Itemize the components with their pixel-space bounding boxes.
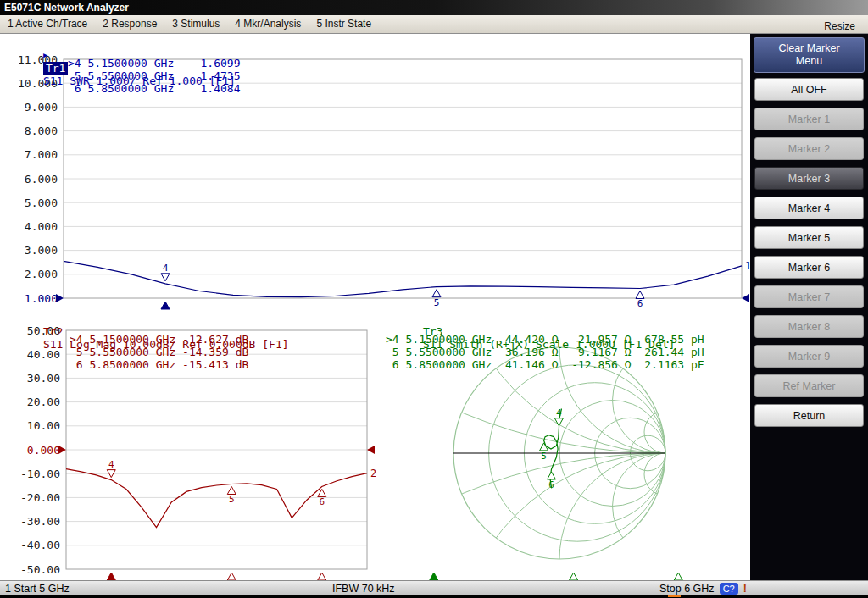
svg-text:30.00: 30.00	[27, 372, 60, 385]
softkey-marker-5[interactable]: Marker 5	[754, 226, 864, 249]
menu-item-2[interactable]: 2 Response	[95, 15, 164, 34]
alert-indicator: !	[743, 583, 747, 595]
status-bar: 1 Start 5 GHz IFBW 70 kHz Stop 6 GHz C? …	[0, 580, 868, 595]
svg-text:10.00: 10.00	[27, 419, 60, 432]
softkey-menu-title-line1: Clear Marker	[754, 42, 864, 55]
svg-text:2.000: 2.000	[25, 268, 58, 280]
softkey-marker-9: Marker 9	[754, 345, 864, 368]
svg-text:5.000: 5.000	[25, 197, 58, 209]
svg-text:-30.00: -30.00	[20, 515, 60, 528]
menu-bar: 1 Active Ch/Trace2 Response3 Stimulus4 M…	[0, 15, 868, 34]
softkey-marker-3[interactable]: Marker 3	[754, 167, 864, 190]
svg-text:9.000: 9.000	[25, 101, 58, 114]
menu-item-1[interactable]: 1 Active Ch/Trace	[0, 15, 95, 34]
svg-text:1.000: 1.000	[25, 292, 58, 305]
svg-text:5: 5	[434, 297, 440, 308]
window-title: E5071C Network Analyzer	[4, 2, 129, 14]
svg-text:6.000: 6.000	[25, 173, 58, 185]
tr1-tag: Tr1	[43, 62, 68, 75]
svg-text:-40.00: -40.00	[20, 539, 60, 551]
svg-text:20.00: 20.00	[27, 396, 60, 408]
tr2-marker-readout-row: >4 5.1500000 GHz -12.627 dB	[70, 333, 248, 346]
tr3-marker-readout: >4 5.1500000 GHz 44.420 Ω 21.957 Ω 678.5…	[386, 333, 704, 371]
svg-text:0.000: 0.000	[27, 444, 60, 457]
status-right-group: Stop 6 GHz C? !	[659, 583, 747, 595]
measurement-display-area: 11.00010.0009.0008.0007.0006.0005.0004.0…	[0, 34, 750, 580]
svg-text:4: 4	[163, 263, 169, 274]
tr2-marker-readout-row: 5 5.5500000 GHz -14.359 dB	[70, 346, 248, 358]
ifbw-label: IFBW 70 kHz	[332, 583, 395, 595]
softkey-menu-title: Clear Marker Menu	[754, 37, 865, 73]
svg-text:5: 5	[541, 451, 547, 462]
softkey-all-off[interactable]: All OFF	[754, 78, 864, 101]
softkey-marker-8: Marker 8	[754, 315, 864, 338]
tr3-smith-plot: 456	[136, 34, 750, 580]
sweep-stop-label: Stop 6 GHz	[659, 583, 715, 595]
svg-text:4.000: 4.000	[25, 220, 58, 233]
svg-text:4: 4	[108, 459, 114, 470]
bottom-strip-orange-mark	[668, 595, 681, 597]
sweep-start-label: 1 Start 5 GHz	[5, 583, 70, 595]
tr3-marker-readout-row: >4 5.1500000 GHz 44.420 Ω 21.957 Ω 678.5…	[386, 333, 704, 346]
svg-text:6: 6	[319, 496, 325, 507]
svg-text:6: 6	[637, 298, 643, 309]
svg-text:7.000: 7.000	[25, 148, 58, 161]
tr1-marker-readout-row: 6 5.8500000 GHz 1.4084	[68, 82, 241, 95]
svg-text:5: 5	[229, 494, 235, 505]
svg-text:-50.00: -50.00	[20, 563, 60, 576]
svg-text:2: 2	[370, 468, 376, 479]
svg-text:6: 6	[548, 479, 554, 490]
window-titlebar: E5071C Network Analyzer	[0, 0, 868, 15]
softkey-ref-marker: Ref Marker	[754, 374, 864, 397]
svg-text:3.000: 3.000	[25, 244, 58, 257]
menu-item-4[interactable]: 4 Mkr/Analysis	[227, 15, 309, 34]
svg-text:4: 4	[556, 407, 562, 418]
tr1-marker-readout: >4 5.1500000 GHz 1.6099 5 5.5500000 GHz …	[68, 57, 241, 95]
vna-application-window: E5071C Network Analyzer 1 Active Ch/Trac…	[0, 0, 868, 598]
tr1-marker-readout-row: 5 5.5500000 GHz 1.4735	[68, 69, 241, 82]
softkey-sidebar: Clear Marker Menu All OFFMarker 1Marker …	[750, 34, 868, 580]
softkey-marker-6[interactable]: Marker 6	[754, 256, 864, 279]
correction-status-badge: C?	[720, 583, 738, 595]
menu-item-3[interactable]: 3 Stimulus	[164, 15, 227, 34]
active-trace-arrow-icon: ▶	[43, 51, 47, 59]
charts-canvas: 11.00010.0009.0008.0007.0006.0005.0004.0…	[0, 34, 750, 580]
menu-item-5[interactable]: 5 Instr State	[309, 15, 379, 34]
svg-text:8.000: 8.000	[25, 125, 58, 137]
softkey-marker-2: Marker 2	[754, 137, 864, 160]
softkey-menu-title-line2: Menu	[754, 55, 864, 68]
softkey-marker-1: Marker 1	[754, 108, 864, 130]
tr1-marker-readout-row: >4 5.1500000 GHz 1.6099	[68, 57, 241, 69]
tr2-marker-readout: >4 5.1500000 GHz -12.627 dB 5 5.5500000 …	[70, 333, 248, 371]
tr2-marker-readout-row: 6 5.8500000 GHz -15.413 dB	[70, 358, 248, 371]
svg-text:-10.00: -10.00	[20, 468, 60, 480]
menu-items-group: 1 Active Ch/Trace2 Response3 Stimulus4 M…	[0, 18, 379, 30]
tr3-marker-readout-row: 6 5.8500000 GHz 41.146 Ω -12.856 Ω 2.116…	[386, 358, 704, 371]
tr3-marker-readout-row: 5 5.5500000 GHz 36.196 Ω 9.1167 Ω 261.44…	[386, 346, 704, 358]
svg-text:-20.00: -20.00	[20, 491, 60, 504]
softkey-buttons-group: All OFFMarker 1Marker 2Marker 3Marker 4M…	[750, 78, 868, 427]
softkey-marker-4[interactable]: Marker 4	[754, 197, 864, 219]
softkey-return[interactable]: Return	[754, 404, 864, 427]
softkey-marker-7: Marker 7	[754, 285, 864, 308]
tr2-tag: Tr2	[43, 325, 63, 338]
